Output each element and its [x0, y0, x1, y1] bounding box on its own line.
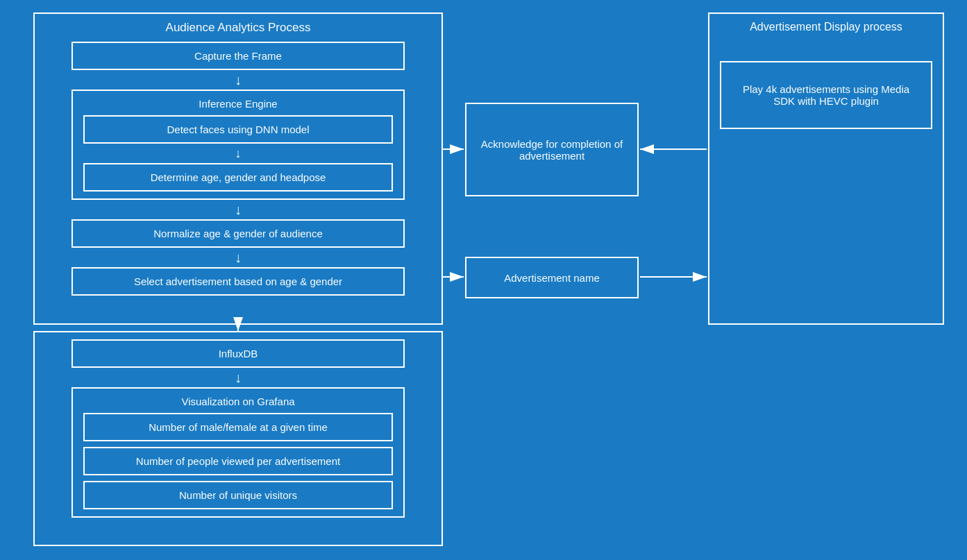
arrow-influx-to-grafana: ↓: [45, 368, 431, 387]
capture-frame-label: Capture the Frame: [194, 50, 282, 62]
grafana-label: Visualization on Grafana: [83, 396, 393, 407]
normalize-box: Normalize age & gender of audience: [72, 219, 405, 248]
audience-analytics-box: Audience Analytics Process Capture the F…: [33, 12, 443, 325]
grafana-item3-label: Number of unique visitors: [179, 489, 297, 501]
grafana-outer-box: Visualization on Grafana Number of male/…: [72, 387, 405, 518]
acknowledge-box: Acknowledge for completion of advertisem…: [465, 103, 639, 196]
capture-frame-box: Capture the Frame: [72, 42, 405, 70]
influxdb-label: InfluxDB: [219, 348, 258, 359]
inference-engine-outer-box: Inference Engine Detect faces using DNN …: [72, 90, 405, 200]
normalize-label: Normalize age & gender of audience: [153, 228, 323, 239]
grafana-item3-box: Number of unique visitors: [83, 481, 393, 509]
determine-age-label: Determine age, gender and headpose: [151, 171, 326, 183]
arrow-capture-to-inference: ↓: [45, 70, 431, 90]
arrow-inference-to-normalize: ↓: [45, 200, 431, 219]
inference-engine-label: Inference Engine: [83, 98, 393, 110]
arrow-detect-to-determine: ↓: [83, 144, 393, 163]
determine-age-box: Determine age, gender and headpose: [83, 163, 393, 192]
ad-display-box: Advertisement Display process Play 4k ad…: [708, 12, 944, 325]
grafana-item2-box: Number of people viewed per advertisemen…: [83, 447, 393, 475]
grafana-item2-label: Number of people viewed per advertisemen…: [136, 455, 340, 467]
detect-faces-label: Detect faces using DNN model: [167, 124, 309, 135]
ad-display-title: Advertisement Display process: [720, 21, 932, 33]
ad-name-label: Advertisement name: [504, 272, 600, 284]
acknowledge-label: Acknowledge for completion of advertisem…: [473, 138, 630, 162]
play-box: Play 4k advertisements using Media SDK w…: [720, 61, 932, 129]
arrow-normalize-to-select: ↓: [45, 248, 431, 267]
influx-box: InfluxDB ↓ Visualization on Grafana Numb…: [33, 331, 443, 546]
svg-line-2: [443, 146, 465, 278]
play-label: Play 4k advertisements using Media SDK w…: [743, 83, 909, 107]
grafana-item1-label: Number of male/female at a given time: [149, 421, 328, 433]
select-ad-box: Select advertisement based on age & gend…: [72, 267, 405, 296]
ad-name-box: Advertisement name: [465, 257, 639, 298]
select-ad-label: Select advertisement based on age & gend…: [134, 275, 342, 287]
detect-faces-box: Detect faces using DNN model: [83, 115, 393, 144]
influxdb-box: InfluxDB: [72, 339, 405, 368]
grafana-item1-box: Number of male/female at a given time: [83, 413, 393, 441]
audience-analytics-title: Audience Analytics Process: [45, 21, 431, 35]
diagram: Audience Analytics Process Capture the F…: [0, 0, 967, 560]
